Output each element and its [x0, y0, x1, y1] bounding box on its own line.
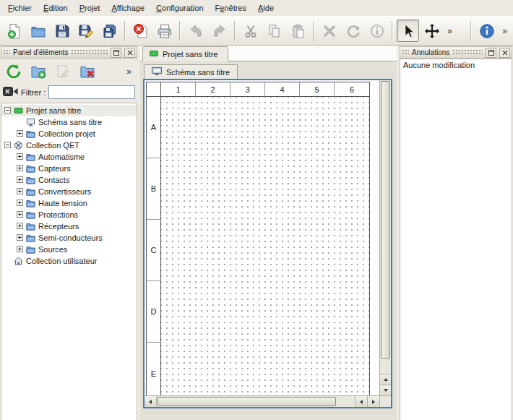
qet-collection-icon: [14, 141, 23, 150]
tree-item-label: Collection utilisateur: [26, 257, 97, 265]
dock-float-button[interactable]: [111, 48, 121, 58]
save-all-button[interactable]: [98, 20, 121, 42]
tab-schema-sans-titre[interactable]: Schéma sans titre: [144, 64, 238, 79]
folder-icon: [26, 129, 35, 138]
tree-item-collection-qet[interactable]: Collection QET: [1, 140, 137, 151]
dock-grip[interactable]: [452, 49, 483, 56]
expand-expander-icon[interactable]: [17, 210, 23, 219]
filter-input[interactable]: [48, 85, 135, 99]
dock-close-button[interactable]: [499, 48, 510, 58]
expand-expander-icon[interactable]: [17, 164, 23, 173]
dock-grip[interactable]: [71, 49, 108, 56]
tree-item-label: Schéma sans titre: [38, 118, 102, 127]
tree-item-automatisme[interactable]: Automatisme: [1, 151, 137, 163]
undo-panel-titlebar[interactable]: Annulations: [400, 46, 512, 59]
new-project-button[interactable]: [3, 20, 25, 42]
expand-expander-icon[interactable]: [17, 233, 23, 242]
folder-icon: [26, 233, 35, 242]
scroll-right-button[interactable]: [367, 396, 379, 407]
new-element-button[interactable]: [28, 61, 48, 82]
elements-panel-titlebar[interactable]: Panel d'éléments: [1, 46, 137, 59]
toolbar-separator: [179, 21, 181, 41]
tree-item-collection-projet[interactable]: Collection projet: [1, 128, 137, 140]
hscroll-thumb[interactable]: [158, 397, 336, 406]
scroll-left-button[interactable]: [145, 396, 157, 407]
scroll-down-button[interactable]: [380, 385, 391, 395]
scroll-left-button[interactable]: [355, 396, 367, 407]
undo-button: [184, 20, 207, 42]
undo-list-item[interactable]: Aucune modification: [400, 59, 512, 71]
menu-affichage[interactable]: Affichage: [105, 1, 150, 15]
toolbar-extension-chevron[interactable]: »: [499, 26, 510, 36]
hscroll-track[interactable]: [157, 397, 355, 406]
tree-item-haute-tension[interactable]: Haute tension: [1, 197, 137, 209]
ruler-column: 6: [335, 82, 369, 97]
folder-icon: [26, 164, 35, 173]
vscroll-thumb[interactable]: [381, 81, 390, 359]
expand-expander-icon[interactable]: [17, 245, 23, 254]
panel-extension-chevron[interactable]: »: [124, 67, 134, 77]
toolbar-extension-chevron[interactable]: »: [444, 26, 455, 36]
refresh-icon: [6, 64, 22, 80]
about-qet-button[interactable]: [475, 20, 498, 42]
ruler-row: D: [147, 281, 161, 343]
expand-expander-icon[interactable]: [17, 176, 23, 184]
vscroll-track[interactable]: [381, 81, 390, 373]
toolbar-separator: [313, 21, 314, 41]
diagram-viewport[interactable]: 1 2 3 4 5 6 A B C D E: [145, 80, 379, 395]
menu-projet[interactable]: Projet: [74, 1, 106, 15]
dock-grip[interactable]: [402, 49, 409, 56]
menu-configuration[interactable]: Configuration: [150, 1, 209, 15]
dock-float-button[interactable]: [486, 48, 496, 58]
tree-item-label: Protections: [38, 210, 78, 219]
expand-expander-icon[interactable]: [17, 153, 23, 161]
menu-label: C: [156, 4, 162, 12]
tree-item-schema[interactable]: Schéma sans titre: [1, 116, 137, 128]
scroll-up-button[interactable]: [380, 374, 391, 385]
tree-item-convertisseurs[interactable]: Convertisseurs: [1, 186, 137, 197]
tree-item-capteurs[interactable]: Capteurs: [1, 163, 137, 174]
folder-icon: [26, 187, 35, 196]
tree-item-protections[interactable]: Protections: [1, 209, 137, 220]
menu-label: F: [8, 4, 13, 12]
menu-fichier[interactable]: Fichier: [2, 1, 38, 15]
edit-element-button: [53, 61, 73, 82]
expand-expander-icon[interactable]: [17, 222, 23, 231]
dot-grid-canvas[interactable]: [161, 97, 369, 395]
arrow-right-icon: [372, 400, 375, 404]
dock-close-button[interactable]: [124, 48, 135, 58]
tree-item-semi-conducteurs[interactable]: Semi-conducteurs: [1, 232, 137, 244]
open-project-button[interactable]: [27, 20, 49, 42]
menu-fenetres[interactable]: Fenêtres: [210, 1, 252, 15]
expand-expander-icon[interactable]: [17, 199, 23, 207]
about-info-icon: [479, 23, 495, 39]
tree-item-contacts[interactable]: Contacts: [1, 174, 137, 186]
menu-edition[interactable]: Édition: [38, 1, 74, 15]
tab-projet-sans-titre[interactable]: Projet sans titre: [142, 46, 228, 61]
collapse-expander-icon[interactable]: [4, 141, 11, 150]
tree-item-collection-utilisateur[interactable]: Collection utilisateur: [1, 255, 137, 267]
save-as-button[interactable]: [74, 20, 97, 42]
undo-icon: [188, 23, 204, 39]
close-project-button[interactable]: [129, 20, 152, 42]
tree-item-sources[interactable]: Sources: [1, 244, 137, 255]
reload-collections-button[interactable]: [4, 61, 24, 82]
arrow-left-icon: [149, 400, 152, 404]
horizontal-scrollbar[interactable]: [145, 395, 391, 407]
collapse-expander-icon[interactable]: [4, 106, 11, 115]
select-mode-button[interactable]: [397, 20, 419, 42]
menu-aide[interactable]: Aide: [252, 1, 280, 15]
tree-item-recepteurs[interactable]: Récepteurs: [1, 220, 137, 232]
dock-grip[interactable]: [3, 49, 10, 56]
menu-label: ichier: [13, 4, 32, 12]
scroll-mode-button[interactable]: [421, 20, 443, 42]
expand-expander-icon[interactable]: [17, 187, 23, 196]
save-button[interactable]: [51, 20, 73, 42]
elements-tree: Projet sans titre Schéma sans titre Coll…: [1, 103, 137, 420]
tree-item-project[interactable]: Projet sans titre: [1, 105, 137, 116]
delete-element-button[interactable]: [77, 61, 98, 82]
expand-expander-icon[interactable]: [17, 129, 23, 138]
vertical-scrollbar[interactable]: [379, 80, 391, 395]
print-button[interactable]: [153, 20, 176, 42]
clear-filter-icon[interactable]: [3, 86, 18, 98]
